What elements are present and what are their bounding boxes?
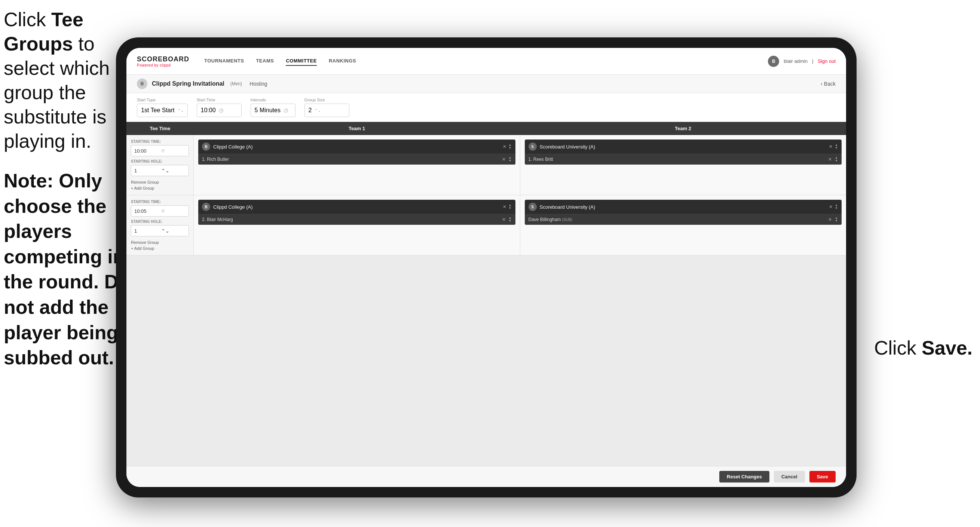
tee-time-input-2[interactable]: 10:05 ⏱ <box>131 205 189 217</box>
intervals-value: 5 Minutes <box>255 107 280 114</box>
team-name-1-1: Clippd College (A) <box>213 144 500 150</box>
breadcrumb-hosting: Hosting <box>250 81 267 87</box>
team-arrows-1-2[interactable]: ▲▼ <box>835 143 838 150</box>
setting-group-size: Group Size 2 ⌃⌄ <box>304 98 349 117</box>
starting-time-label-1: STARTING TIME: <box>131 140 189 143</box>
nav-user: B blair admin | Sign out <box>768 56 835 67</box>
nav-links: TOURNAMENTS TEAMS COMMITTEE RANKINGS <box>204 56 768 66</box>
intervals-icon: 🕐 <box>283 108 288 113</box>
team-arrows-2-2[interactable]: ▲▼ <box>835 204 838 210</box>
team-arrows-1-1[interactable]: ▲▼ <box>509 143 512 150</box>
nav-avatar: B <box>768 56 779 67</box>
team-card-1-1: B Clippd College (A) ✕ ▲▼ 1. Rich Butler <box>198 140 515 165</box>
team-name-2-1: Clippd College (A) <box>213 204 500 210</box>
hole-input-1[interactable]: 1 ⌃⌄ <box>131 165 189 176</box>
team-name-2-2: Scoreboard University (A) <box>540 204 826 210</box>
player-row-2-2-0: Dave Billingham (SUB) ✕ ▲▼ <box>525 214 842 225</box>
player-remove-2-2-0[interactable]: ✕ <box>828 217 832 222</box>
team-icon-2-2: S <box>528 203 537 211</box>
navbar: SCOREBOARD Powered by clippd TOURNAMENTS… <box>126 48 846 75</box>
start-time-icon: 🕐 <box>219 108 223 113</box>
team-controls-2-1: ✕ ▲▼ <box>503 204 512 210</box>
group-size-arrows: ⌃⌄ <box>315 108 321 113</box>
player-row-2-1-0: 2. Blair McHarg ✕ ▲▼ <box>198 214 515 225</box>
sub-badge-2-2-0: (SUB) <box>562 218 572 222</box>
hole-arrows-2: ⌃⌄ <box>161 228 186 234</box>
start-type-input[interactable]: 1st Tee Start ⌃⌄ <box>137 103 188 117</box>
start-type-label: Start Type <box>137 98 188 102</box>
starting-hole-label-2: STARTING HOLE: <box>131 220 189 224</box>
intervals-input[interactable]: 5 Minutes 🕐 <box>251 103 296 117</box>
team-remove-1-1[interactable]: ✕ <box>503 144 506 149</box>
player-row-1-1-0: 1. Rich Butler ✕ ▲▼ <box>198 154 515 165</box>
team-arrows-2-1[interactable]: ▲▼ <box>509 204 512 210</box>
footer-bar: Reset Changes Cancel Save <box>126 466 846 487</box>
player-arrows-1-2-0[interactable]: ▲▼ <box>835 156 838 162</box>
logo-title: SCOREBOARD <box>137 55 189 63</box>
sign-out-link[interactable]: Sign out <box>818 58 835 64</box>
nav-separator: | <box>812 58 813 64</box>
team-icon-2-1: B <box>202 203 210 211</box>
nav-rankings[interactable]: RANKINGS <box>329 56 356 66</box>
team-card-header-1-1: B Clippd College (A) ✕ ▲▼ <box>198 140 515 154</box>
reset-changes-button[interactable]: Reset Changes <box>719 471 769 482</box>
hole-input-2[interactable]: 1 ⌃⌄ <box>131 225 189 236</box>
nav-logo: SCOREBOARD Powered by clippd <box>137 55 189 67</box>
header-team1: Team 1 <box>194 122 520 135</box>
start-time-input[interactable]: 10:00 🕐 <box>197 103 242 117</box>
annotation-right: Click Save. <box>874 337 972 359</box>
tee-time-icon-2: ⏱ <box>161 209 186 213</box>
setting-start-time: Start Time 10:00 🕐 <box>197 98 242 117</box>
breadcrumb-left: B Clippd Spring Invitational (Men) Hosti… <box>137 78 267 89</box>
tee-time-value-2: 10:05 <box>134 209 159 214</box>
start-type-arrow: ⌃⌄ <box>178 108 184 113</box>
player-arrows-2-1-0[interactable]: ▲▼ <box>509 217 512 223</box>
remove-group-button-2[interactable]: Remove Group <box>131 240 189 245</box>
team-remove-2-2[interactable]: ✕ <box>829 204 833 209</box>
tablet-shell: SCOREBOARD Powered by clippd TOURNAMENTS… <box>116 37 857 497</box>
start-time-label: Start Time <box>197 98 242 102</box>
cancel-button[interactable]: Cancel <box>774 471 805 482</box>
nav-committee[interactable]: COMMITTEE <box>286 56 317 66</box>
remove-group-button-1[interactable]: Remove Group <box>131 180 189 185</box>
tee-time-value-1: 10:00 <box>134 148 159 154</box>
header-team2: Team 2 <box>520 122 846 135</box>
nav-username: blair admin <box>784 58 808 64</box>
team-card-header-2-2: S Scoreboard University (A) ✕ ▲▼ <box>525 200 842 214</box>
player-remove-1-1-0[interactable]: ✕ <box>502 157 506 162</box>
tee-actions-2: Remove Group + Add Group <box>131 240 189 251</box>
tablet-screen: SCOREBOARD Powered by clippd TOURNAMENTS… <box>126 48 846 487</box>
hole-value-2: 1 <box>134 228 159 234</box>
add-group-button-1[interactable]: + Add Group <box>131 186 189 190</box>
team-remove-1-2[interactable]: ✕ <box>829 144 833 149</box>
player-arrows-2-2-0[interactable]: ▲▼ <box>835 217 838 223</box>
header-tee-time: Tee Time <box>126 122 194 135</box>
team-controls-1-2: ✕ ▲▼ <box>829 143 838 150</box>
group-size-input[interactable]: 2 ⌃⌄ <box>304 103 349 117</box>
hole-arrows-1: ⌃⌄ <box>161 168 186 174</box>
tee-actions-1: Remove Group + Add Group <box>131 180 189 190</box>
settings-row: Start Type 1st Tee Start ⌃⌄ Start Time 1… <box>126 93 846 122</box>
player-name-2-1-0: 2. Blair McHarg <box>202 217 499 222</box>
logo-sub: Powered by clippd <box>137 63 189 67</box>
tee-time-input-1[interactable]: 10:00 ⏱ <box>131 145 189 156</box>
group-size-value: 2 <box>309 107 312 114</box>
team-remove-2-1[interactable]: ✕ <box>503 204 506 209</box>
setting-start-type: Start Type 1st Tee Start ⌃⌄ <box>137 98 188 117</box>
team-col-1-1: B Clippd College (A) ✕ ▲▼ 1. Rich Butler <box>194 135 520 195</box>
nav-tournaments[interactable]: TOURNAMENTS <box>204 56 244 66</box>
player-arrows-1-1-0[interactable]: ▲▼ <box>509 156 512 162</box>
team-controls-2-2: ✕ ▲▼ <box>829 204 838 210</box>
team-card-header-1-2: S Scoreboard University (A) ✕ ▲▼ <box>525 140 842 154</box>
back-button[interactable]: ‹ Back <box>821 81 835 87</box>
player-remove-1-2-0[interactable]: ✕ <box>828 157 832 162</box>
start-time-value: 10:00 <box>201 107 216 114</box>
save-button[interactable]: Save <box>810 471 835 482</box>
starting-time-label-2: STARTING TIME: <box>131 200 189 204</box>
group-row: STARTING TIME: 10:00 ⏱ STARTING HOLE: 1 … <box>126 135 846 195</box>
player-remove-2-1-0[interactable]: ✕ <box>502 217 506 222</box>
nav-teams[interactable]: TEAMS <box>256 56 274 66</box>
team-card-header-2-1: B Clippd College (A) ✕ ▲▼ <box>198 200 515 214</box>
team-col-2-2: S Scoreboard University (A) ✕ ▲▼ <box>520 195 846 255</box>
add-group-button-2[interactable]: + Add Group <box>131 246 189 251</box>
